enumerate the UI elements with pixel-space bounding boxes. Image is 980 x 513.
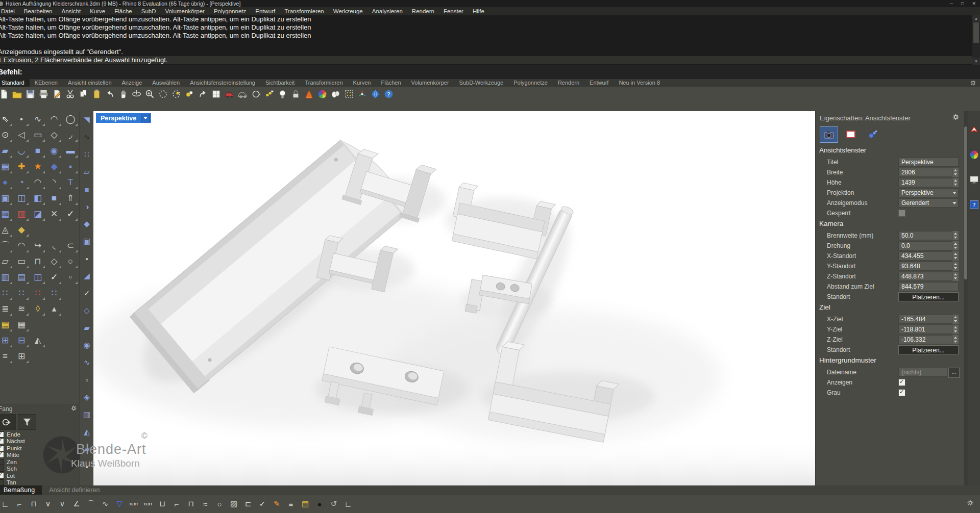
strip-tool-icon[interactable]: ▰ <box>80 441 94 458</box>
strip-tool-icon[interactable]: ■ <box>80 181 94 198</box>
toolbox-tool-icon[interactable]: ⊓ <box>30 253 46 269</box>
toolbox-tool-icon[interactable] <box>62 332 79 348</box>
cut-icon[interactable] <box>64 88 77 100</box>
lock-icon[interactable] <box>289 88 302 100</box>
toolbar-tab[interactable]: Entwurf <box>584 79 614 87</box>
toolbox-tool-icon[interactable]: • <box>13 111 30 127</box>
dimension-tool-icon[interactable]: ⌐ <box>14 498 25 509</box>
menu-item[interactable]: Fenster <box>439 7 468 15</box>
annotate-icon[interactable] <box>51 88 63 100</box>
toolbox-tool-icon[interactable]: ◯ <box>62 111 79 127</box>
dimension-tool-icon[interactable]: ▨ <box>228 498 239 509</box>
menu-item[interactable]: Bearbeiten <box>19 7 57 15</box>
toolbox-tool-icon[interactable]: ▦ <box>0 317 13 332</box>
osnap-checkbox-row[interactable]: Nächst <box>0 438 79 445</box>
grid-select-icon[interactable] <box>342 88 355 100</box>
dimension-tool-icon[interactable]: ▤ <box>300 498 311 509</box>
osnap-checkbox[interactable] <box>0 466 4 472</box>
toolbox-tool-icon[interactable]: ∷ <box>46 285 62 301</box>
toolbar-tab[interactable]: SubD-Werkzeuge <box>454 79 509 87</box>
toolbox-tool-icon[interactable]: ⊞ <box>13 348 30 364</box>
help-icon[interactable] <box>382 88 395 100</box>
osnap-checkbox[interactable] <box>0 445 4 451</box>
toolbox-tool-icon[interactable]: ▦ <box>13 317 30 332</box>
toolbox-tool-icon[interactable]: ✚ <box>13 159 30 174</box>
toolbar-tab[interactable]: Anzeige <box>117 79 148 87</box>
panel-scrollbar[interactable] <box>964 111 968 485</box>
toolbox-tool-icon[interactable]: ★ <box>30 159 46 174</box>
monitor-icon[interactable] <box>969 174 979 185</box>
strip-tool-icon[interactable]: ▫ <box>80 371 94 389</box>
toolbox-tool-icon[interactable]: ◁ <box>13 127 30 143</box>
toolbox-tool-icon[interactable]: ∷ <box>30 285 46 301</box>
toolbox-tool-icon[interactable] <box>62 317 79 332</box>
toolbar-gear-icon[interactable] <box>970 79 977 87</box>
zoom-extents-icon[interactable] <box>183 88 196 100</box>
menu-item[interactable]: Analysieren <box>368 7 407 15</box>
toolbox-tool-icon[interactable]: ■ <box>46 190 62 206</box>
toolbox-tool-icon[interactable]: ◫ <box>30 269 46 285</box>
osnap-checkbox-row[interactable]: Sch <box>0 466 79 473</box>
toolbar-tab[interactable]: Sichtbarkeit <box>260 79 300 87</box>
dimension-tool-icon[interactable]: ⊔ <box>157 498 168 509</box>
property-field[interactable]: Perspektive <box>898 188 959 197</box>
viewport-tab-dropdown[interactable] <box>141 114 150 122</box>
toolbar-tab[interactable]: Rendern <box>553 79 584 87</box>
toolbox-tool-icon[interactable]: ◟ <box>46 238 62 253</box>
toolbar-tab[interactable]: Standard <box>0 79 30 87</box>
toolbox-tool-icon[interactable] <box>46 332 62 348</box>
object-snap-icon[interactable] <box>263 88 276 100</box>
toolbox-tool-icon[interactable]: ▭ <box>30 127 46 143</box>
command-input[interactable] <box>22 65 980 79</box>
property-field[interactable]: 448.873 <box>898 272 959 281</box>
new-file-icon[interactable] <box>0 88 10 100</box>
toolbox-tool-icon[interactable]: ◪ <box>30 206 46 222</box>
spinner-arrows[interactable] <box>952 168 959 177</box>
menu-item[interactable]: Rendern <box>407 7 439 15</box>
spinner-arrows[interactable] <box>952 178 959 187</box>
toolbox-tool-icon[interactable]: ● <box>0 174 13 190</box>
toolbox-tool-icon[interactable]: ▥ <box>13 206 30 222</box>
strip-tool-icon[interactable]: ▰ <box>80 319 94 337</box>
osnap-checkbox[interactable] <box>0 452 4 458</box>
toolbox-tool-icon[interactable]: ▣ <box>0 190 13 206</box>
osnap-checkbox[interactable] <box>0 473 4 479</box>
dimension-tool-icon[interactable]: ○ <box>214 498 225 509</box>
dimension-tool-icon[interactable]: ∿ <box>100 498 111 509</box>
toolbox-tool-icon[interactable]: ◠ <box>13 238 30 253</box>
circle-arrow-icon[interactable] <box>250 88 262 100</box>
zoom-window-icon[interactable] <box>157 88 169 100</box>
strip-tool-icon[interactable]: ◭ <box>80 423 94 441</box>
render-properties-icon[interactable] <box>864 126 882 143</box>
toolbox-tool-icon[interactable]: ◝ <box>46 174 62 190</box>
scrollbar-thumb[interactable] <box>973 22 979 43</box>
render-icon[interactable] <box>303 88 315 100</box>
osnap-checkbox[interactable] <box>0 479 4 485</box>
osnap-checkbox[interactable] <box>0 438 4 444</box>
dimension-tool-icon[interactable]: ⌒ <box>85 498 96 509</box>
toolbox-tool-icon[interactable]: ⊂ <box>62 238 79 253</box>
toolbox-tool-icon[interactable]: ▬ <box>62 143 79 159</box>
spinner-arrows[interactable] <box>952 272 959 281</box>
viewport-layout-icon[interactable] <box>210 88 223 100</box>
toolbox-tool-icon[interactable]: ◆ <box>13 222 30 238</box>
toolbar-tab[interactable]: Ansicht einstellen <box>63 79 117 87</box>
strip-tool-icon[interactable]: ◇ <box>80 302 94 319</box>
toolbox-tool-icon[interactable] <box>30 348 46 364</box>
toolbox-tool-icon[interactable]: ○ <box>62 253 79 269</box>
toolbox-tool-icon[interactable]: ⊞ <box>0 332 13 348</box>
property-checkbox[interactable] <box>898 379 905 386</box>
toolbox-tool-icon[interactable]: ⇖ <box>0 111 13 127</box>
osnap-filter-button[interactable] <box>18 414 36 430</box>
toolbox-tool-icon[interactable]: ◞ <box>62 127 79 143</box>
toolbar-tab[interactable]: Polygonnetze <box>508 79 553 87</box>
menu-item[interactable]: Ansicht <box>57 7 85 15</box>
dimension-tool-icon[interactable]: ⊏ <box>242 498 254 509</box>
toolbox-tool-icon[interactable]: ▪ <box>62 159 79 174</box>
gumball-icon[interactable] <box>356 88 369 100</box>
undo-icon[interactable] <box>104 88 116 100</box>
toolbox-tool-icon[interactable]: ◇ <box>46 253 62 269</box>
toolbox-tool-icon[interactable]: ◔ <box>13 174 30 190</box>
strip-tool-icon[interactable]: ▱ <box>80 163 94 181</box>
color-wheel-icon[interactable] <box>316 88 329 100</box>
